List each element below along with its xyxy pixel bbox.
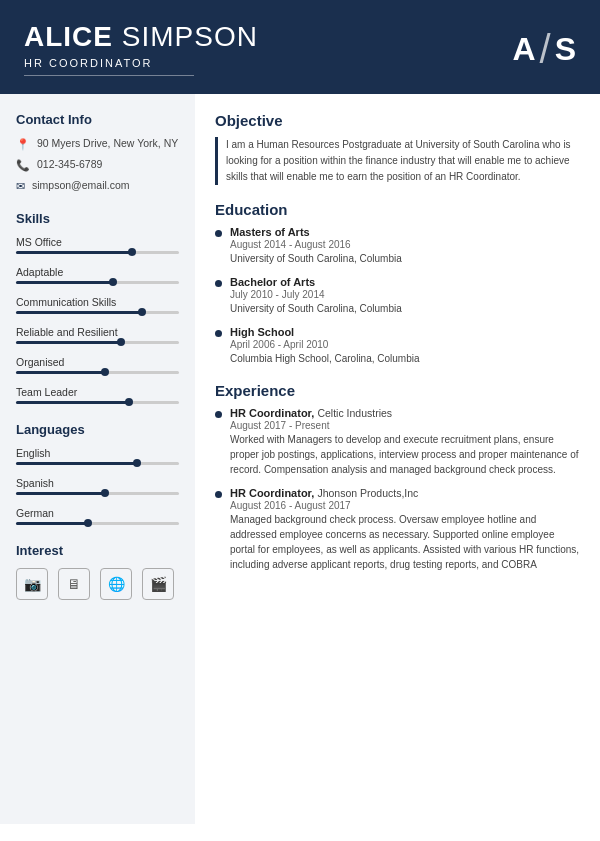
language-item: English xyxy=(16,447,179,465)
languages-list: English Spanish German xyxy=(16,447,179,525)
resume-header: ALICE SIMPSON HR COORDINATOR A / S xyxy=(0,0,600,94)
header-name-block: ALICE SIMPSON HR COORDINATOR xyxy=(24,22,258,76)
skill-bar-fill xyxy=(16,401,130,404)
skill-label: Organised xyxy=(16,356,179,368)
education-list: Masters of Arts August 2014 - August 201… xyxy=(215,226,580,366)
skill-bar-track xyxy=(16,371,179,374)
location-icon: 📍 xyxy=(16,138,30,151)
skill-bar-fill xyxy=(16,371,106,374)
contact-email-item: ✉ simpson@email.com xyxy=(16,179,179,193)
objective-title: Objective xyxy=(215,112,580,129)
skill-label: Reliable and Resilient xyxy=(16,326,179,338)
skill-item: Organised xyxy=(16,356,179,374)
skill-label: MS Office xyxy=(16,236,179,248)
education-content: High School April 2006 - April 2010 Colu… xyxy=(230,326,420,366)
skill-label: Team Leader xyxy=(16,386,179,398)
skill-bar-track xyxy=(16,281,179,284)
language-label: German xyxy=(16,507,179,519)
objective-section: Objective I am a Human Resources Postgra… xyxy=(215,112,580,185)
contact-email: simpson@email.com xyxy=(32,179,130,191)
experience-list: HR Coordinator, Celtic Industries August… xyxy=(215,407,580,572)
interest-icons: 📷🖥🌐🎬 xyxy=(16,568,179,600)
languages-title: Languages xyxy=(16,422,179,437)
objective-text: I am a Human Resources Postgraduate at U… xyxy=(215,137,580,185)
language-bar-track xyxy=(16,462,179,465)
skills-list: MS Office Adaptable Communication Skills… xyxy=(16,236,179,404)
bullet xyxy=(215,411,222,418)
bullet xyxy=(215,330,222,337)
phone-icon: 📞 xyxy=(16,159,30,172)
header-title: HR COORDINATOR xyxy=(24,57,194,76)
education-degree: Bachelor of Arts xyxy=(230,276,402,288)
skill-item: Communication Skills xyxy=(16,296,179,314)
experience-content: HR Coordinator, Celtic Industries August… xyxy=(230,407,580,477)
interest-icon: 📷 xyxy=(16,568,48,600)
education-school: University of South Carolina, Columbia xyxy=(230,251,402,266)
skill-bar-fill xyxy=(16,341,122,344)
language-item: Spanish xyxy=(16,477,179,495)
education-title: Education xyxy=(215,201,580,218)
skill-bar-fill xyxy=(16,281,114,284)
experience-company: Jhonson Products,Inc xyxy=(317,487,418,499)
skill-item: Team Leader xyxy=(16,386,179,404)
experience-content: HR Coordinator, Jhonson Products,Inc Aug… xyxy=(230,487,580,572)
skill-item: MS Office xyxy=(16,236,179,254)
skill-bar-track xyxy=(16,401,179,404)
education-dates: July 2010 - July 2014 xyxy=(230,289,402,300)
skills-title: Skills xyxy=(16,211,179,226)
contact-title: Contact Info xyxy=(16,112,179,127)
language-label: Spanish xyxy=(16,477,179,489)
interest-icon: 🖥 xyxy=(58,568,90,600)
skills-section: Skills MS Office Adaptable Communication… xyxy=(16,211,179,404)
sidebar: Contact Info 📍 90 Myers Drive, New York,… xyxy=(0,94,195,824)
contact-section: Contact Info 📍 90 Myers Drive, New York,… xyxy=(16,112,179,193)
education-degree: High School xyxy=(230,326,420,338)
contact-phone: 012-345-6789 xyxy=(37,158,102,170)
experience-description: Managed background check process. Oversa… xyxy=(230,512,580,572)
interest-section: Interest 📷🖥🌐🎬 xyxy=(16,543,179,600)
education-dates: August 2014 - August 2016 xyxy=(230,239,402,250)
education-degree: Masters of Arts xyxy=(230,226,402,238)
main-content: Objective I am a Human Resources Postgra… xyxy=(195,94,600,824)
language-bar-track xyxy=(16,522,179,525)
skill-bar-track xyxy=(16,251,179,254)
skill-label: Adaptable xyxy=(16,266,179,278)
language-bar-track xyxy=(16,492,179,495)
education-content: Masters of Arts August 2014 - August 201… xyxy=(230,226,402,266)
experience-title-text: HR Coordinator, Jhonson Products,Inc xyxy=(230,487,580,499)
education-dates: April 2006 - April 2010 xyxy=(230,339,420,350)
experience-company: Celtic Industries xyxy=(317,407,392,419)
skill-item: Adaptable xyxy=(16,266,179,284)
language-item: German xyxy=(16,507,179,525)
interest-icon: 🌐 xyxy=(100,568,132,600)
experience-description: Worked with Managers to develop and exec… xyxy=(230,432,580,477)
header-monogram: A / S xyxy=(512,29,576,69)
experience-section: Experience HR Coordinator, Celtic Indust… xyxy=(215,382,580,572)
experience-title-text: HR Coordinator, Celtic Industries xyxy=(230,407,580,419)
bullet xyxy=(215,230,222,237)
skill-bar-fill xyxy=(16,311,143,314)
contact-phone-item: 📞 012-345-6789 xyxy=(16,158,179,172)
skill-bar-fill xyxy=(16,251,133,254)
experience-dates: August 2017 - Present xyxy=(230,420,580,431)
skill-label: Communication Skills xyxy=(16,296,179,308)
skill-item: Reliable and Resilient xyxy=(16,326,179,344)
experience-dates: August 2016 - August 2017 xyxy=(230,500,580,511)
bullet xyxy=(215,491,222,498)
education-school: Columbia High School, Carolina, Columbia xyxy=(230,351,420,366)
language-bar-fill xyxy=(16,462,138,465)
experience-item: HR Coordinator, Jhonson Products,Inc Aug… xyxy=(215,487,580,572)
resume-body: Contact Info 📍 90 Myers Drive, New York,… xyxy=(0,94,600,824)
contact-address-item: 📍 90 Myers Drive, New York, NY xyxy=(16,137,179,151)
contact-address: 90 Myers Drive, New York, NY xyxy=(37,137,178,149)
skill-bar-track xyxy=(16,341,179,344)
bullet xyxy=(215,280,222,287)
interest-title: Interest xyxy=(16,543,179,558)
language-bar-fill xyxy=(16,522,89,525)
experience-item: HR Coordinator, Celtic Industries August… xyxy=(215,407,580,477)
language-label: English xyxy=(16,447,179,459)
skill-bar-track xyxy=(16,311,179,314)
languages-section: Languages English Spanish German xyxy=(16,422,179,525)
experience-title: Experience xyxy=(215,382,580,399)
education-item: High School April 2006 - April 2010 Colu… xyxy=(215,326,580,366)
